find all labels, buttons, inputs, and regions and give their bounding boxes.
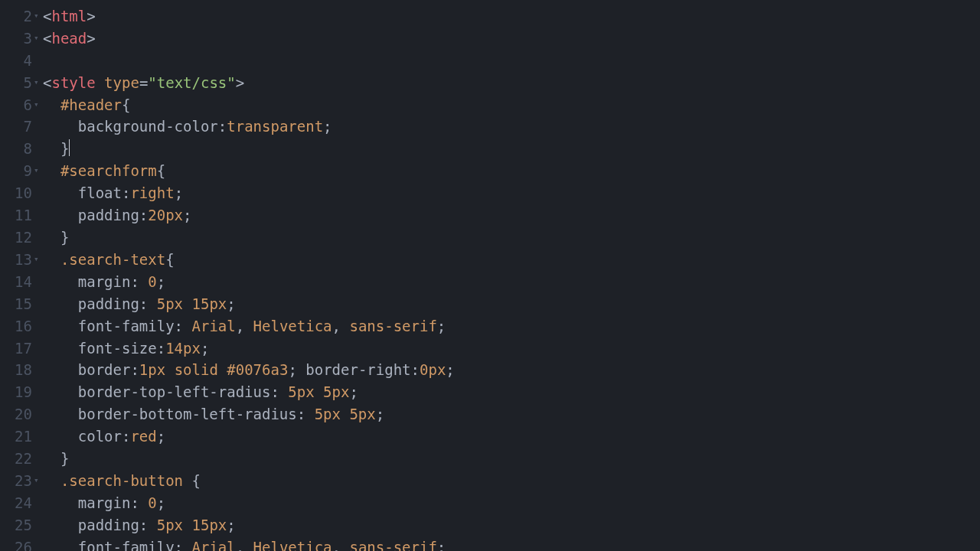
fold-toggle-icon[interactable]: ▾ <box>34 160 43 182</box>
token-value: 1px <box>139 361 165 378</box>
code-line[interactable]: font-family: Arial, Helvetica, sans-seri… <box>43 536 980 551</box>
code-line[interactable]: padding: 5px 15px; <box>43 293 980 315</box>
token-value: Helvetica <box>253 539 332 551</box>
token-tag-name: DOCTYPE <box>60 0 122 2</box>
line-number: 1 <box>0 0 34 5</box>
code-line[interactable] <box>43 50 980 72</box>
line-number: 7 <box>0 116 34 138</box>
fold-spacer <box>34 403 43 425</box>
token-ident <box>43 517 78 533</box>
code-line[interactable]: border-bottom-left-radius: 5px 5px; <box>43 403 980 425</box>
token-ident <box>43 207 78 223</box>
code-line[interactable]: padding: 5px 15px; <box>43 514 980 536</box>
token-ident <box>43 428 78 445</box>
token-ident <box>43 251 60 268</box>
token-value: Helvetica <box>253 318 332 334</box>
token-punct: = <box>139 74 148 91</box>
token-selector: .search-text <box>60 251 165 268</box>
code-line[interactable]: <html> <box>43 5 980 28</box>
line-number: 4 <box>0 50 34 72</box>
token-attr-val: "text/css" <box>148 74 235 91</box>
token-punct: , <box>332 539 350 551</box>
code-line[interactable]: .search-text{ <box>43 249 980 271</box>
token-punct: , <box>236 318 253 334</box>
token-punct: ; <box>227 517 235 533</box>
token-value: solid <box>175 361 218 378</box>
token-punct: , <box>236 539 253 551</box>
token-punct: ; <box>376 406 384 422</box>
code-line[interactable]: } <box>43 138 980 160</box>
code-line[interactable]: <!DOCTYPE html> <box>43 0 980 5</box>
token-value: Arial <box>192 318 236 334</box>
code-line[interactable]: margin: 0; <box>43 492 980 514</box>
token-ident <box>96 74 104 91</box>
code-line[interactable]: padding:20px; <box>43 204 980 227</box>
code-line[interactable]: font-family: Arial, Helvetica, sans-seri… <box>43 315 980 337</box>
fold-toggle-icon[interactable]: ▾ <box>34 5 43 28</box>
fold-spacer <box>34 381 43 403</box>
fold-spacer <box>34 359 43 381</box>
line-number: 18 <box>0 359 34 381</box>
token-punct: : <box>139 295 157 312</box>
token-tag-bracket: > <box>236 74 244 91</box>
fold-toggle-icon[interactable]: ▾ <box>34 72 43 94</box>
line-number: 3 <box>0 28 34 50</box>
fold-spacer <box>34 138 43 160</box>
code-editor[interactable]: 1<!DOCTYPE html>2▾<html>3▾<head>45▾<styl… <box>0 0 980 551</box>
line-number: 23 <box>0 470 34 492</box>
token-ident <box>315 383 323 400</box>
token-value: 15px <box>192 295 227 312</box>
token-punct: ; <box>446 361 454 378</box>
token-ident <box>43 383 78 400</box>
token-prop: background-color <box>78 118 218 135</box>
token-ident <box>43 318 78 334</box>
fold-toggle-icon[interactable]: ▾ <box>34 470 43 492</box>
token-tag-bracket: < <box>43 30 51 47</box>
code-line[interactable]: margin: 0; <box>43 271 980 293</box>
code-line[interactable]: color:red; <box>43 425 980 448</box>
token-punct: , <box>332 318 350 334</box>
code-line[interactable]: float:right; <box>43 182 980 204</box>
code-line[interactable]: border:1px solid #0076a3; border-right:0… <box>43 359 980 381</box>
code-line[interactable]: background-color:transparent; <box>43 116 980 138</box>
code-line[interactable]: <head> <box>43 28 980 50</box>
code-line[interactable]: #searchform{ <box>43 160 980 182</box>
code-line[interactable]: } <box>43 448 980 470</box>
fold-spacer <box>34 50 43 72</box>
text-cursor <box>69 139 70 156</box>
fold-toggle-icon[interactable]: ▾ <box>34 28 43 50</box>
code-line[interactable]: border-top-left-radius: 5px 5px; <box>43 381 980 403</box>
code-line[interactable]: font-size:14px; <box>43 337 980 360</box>
fold-spacer <box>34 315 43 337</box>
token-ident <box>183 295 191 312</box>
token-punct: ; <box>175 184 183 201</box>
fold-spacer <box>34 448 43 470</box>
token-tag-bracket: > <box>87 8 95 24</box>
token-selector: .search-button <box>60 472 183 489</box>
code-line[interactable]: } <box>43 227 980 249</box>
token-value: 5px <box>349 406 375 422</box>
fold-spacer <box>34 293 43 315</box>
token-prop: border-top-left-radius <box>78 383 271 400</box>
token-prop: font-family <box>78 539 175 551</box>
token-ident <box>43 295 78 312</box>
token-value: 5px <box>315 406 341 422</box>
fold-spacer <box>34 204 43 227</box>
token-prop: color <box>78 428 122 445</box>
line-number: 22 <box>0 448 34 470</box>
code-line[interactable]: .search-button { <box>43 470 980 492</box>
fold-toggle-icon[interactable]: ▾ <box>34 249 43 271</box>
token-punct: : <box>139 207 148 223</box>
token-brace: { <box>192 472 201 489</box>
token-brace: { <box>165 251 174 268</box>
token-value: 5px <box>157 295 183 312</box>
code-line[interactable]: <style type="text/css"> <box>43 72 980 94</box>
token-punct: : <box>130 273 148 290</box>
token-punct: : <box>139 517 157 533</box>
line-number: 14 <box>0 271 34 293</box>
token-tag-name: head <box>51 30 87 47</box>
code-line[interactable]: #header{ <box>43 94 980 116</box>
token-ident <box>43 229 60 246</box>
fold-toggle-icon[interactable]: ▾ <box>34 94 43 116</box>
token-ident <box>43 118 78 135</box>
